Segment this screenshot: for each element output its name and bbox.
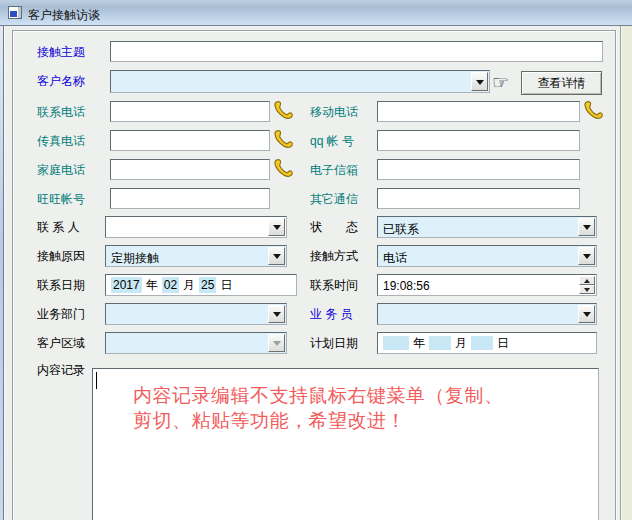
fax-phone-label: 传真电话	[37, 134, 85, 148]
plan-month-unit: 月	[455, 335, 467, 352]
date-month-unit: 月	[183, 277, 195, 294]
text-caret	[96, 372, 97, 389]
chevron-down-icon	[268, 334, 285, 352]
wangwang-input[interactable]	[110, 188, 270, 209]
mobile-phone-input[interactable]	[377, 101, 580, 122]
home-phone-input[interactable]	[110, 159, 270, 180]
contact-phone-input[interactable]	[110, 101, 270, 122]
window-icon	[8, 6, 22, 19]
plan-date-field[interactable]: 年 月 日	[377, 332, 597, 354]
salesman-combo[interactable]	[377, 303, 597, 325]
status-value: 已联系	[383, 221, 419, 238]
content-textarea[interactable]: 内容记录编辑不支持鼠标右键菜单（复制、 剪切、粘贴等功能，希望改进！	[92, 368, 599, 520]
contact-date-field[interactable]: 2017 年 02 月 25 日	[105, 274, 297, 296]
phone-icon[interactable]	[272, 158, 294, 180]
phone-icon[interactable]	[272, 129, 294, 151]
contact-method-value: 电话	[383, 250, 407, 267]
chevron-down-icon[interactable]	[471, 72, 488, 91]
chevron-down-icon[interactable]	[578, 218, 595, 236]
contact-time-value: 19:08:56	[383, 279, 430, 293]
window-title: 客户接触访谈	[28, 7, 100, 24]
titlebar: 客户接触访谈	[0, 0, 632, 26]
qq-input[interactable]	[377, 130, 580, 151]
plan-year-unit: 年	[413, 335, 425, 352]
customer-label: 客户名称	[37, 74, 85, 88]
spinner-down-icon[interactable]	[579, 285, 595, 294]
date-day-segment: 25	[199, 277, 216, 293]
content-label: 内容记录	[37, 363, 85, 377]
department-label: 业务部门	[37, 307, 85, 321]
subject-input[interactable]	[110, 41, 603, 62]
plan-day-unit: 日	[497, 335, 509, 352]
content-note-line1: 内容记录编辑不支持鼠标右键菜单（复制、	[133, 385, 504, 407]
plan-date-label: 计划日期	[310, 336, 358, 350]
customer-combo[interactable]	[110, 70, 490, 93]
plan-year-segment	[383, 336, 409, 350]
subject-label: 接触主题	[37, 45, 85, 59]
email-input[interactable]	[377, 159, 580, 180]
pointing-hand-icon[interactable]: ☞	[492, 73, 509, 92]
department-combo[interactable]	[105, 303, 287, 325]
date-day-unit: 日	[220, 277, 232, 294]
mobile-phone-label: 移动电话	[310, 105, 358, 119]
other-comm-label: 其它通信	[310, 192, 358, 206]
qq-label: qq 帐 号	[310, 134, 354, 148]
contact-time-field[interactable]: 19:08:56	[377, 274, 597, 296]
contact-person-combo[interactable]	[105, 216, 287, 238]
contact-reason-label: 接触原因	[37, 249, 85, 263]
contact-reason-value: 定期接触	[111, 250, 159, 267]
wangwang-label: 旺旺帐号	[37, 192, 85, 206]
date-month-segment: 02	[162, 277, 179, 293]
region-label: 客户区域	[37, 336, 85, 350]
contact-method-label: 接触方式	[310, 249, 358, 263]
region-combo[interactable]	[105, 332, 287, 354]
view-detail-button[interactable]: 查看详情	[521, 71, 602, 95]
date-year-unit: 年	[146, 277, 158, 294]
salesman-label: 业 务 员	[310, 307, 353, 321]
phone-icon[interactable]	[582, 100, 604, 122]
chevron-down-icon[interactable]	[268, 218, 285, 236]
contact-time-label: 联系时间	[310, 278, 358, 292]
status-combo[interactable]: 已联系	[377, 216, 597, 238]
content-note-line2: 剪切、粘贴等功能，希望改进！	[133, 410, 406, 432]
chevron-down-icon[interactable]	[268, 305, 285, 323]
contact-method-combo[interactable]: 电话	[377, 245, 597, 267]
contact-person-label: 联 系 人	[37, 220, 80, 234]
spinner-up-icon[interactable]	[579, 276, 595, 285]
chevron-down-icon[interactable]	[578, 305, 595, 323]
customer-contact-dialog: 客户接触访谈 接触主题 客户名称 ☞ 查看详情 联系电话 移动电话 传真电话 q…	[0, 0, 632, 520]
contact-phone-label: 联系电话	[37, 105, 85, 119]
date-year-segment: 2017	[111, 277, 142, 293]
email-label: 电子信箱	[310, 163, 358, 177]
chevron-down-icon[interactable]	[578, 247, 595, 265]
contact-reason-combo[interactable]: 定期接触	[105, 245, 287, 267]
frame-highlight-left	[4, 26, 5, 520]
phone-icon[interactable]	[272, 100, 294, 122]
status-label: 状 态	[310, 220, 358, 234]
other-comm-input[interactable]	[377, 188, 580, 209]
plan-month-segment	[429, 336, 451, 350]
home-phone-label: 家庭电话	[37, 163, 85, 177]
fax-phone-input[interactable]	[110, 130, 270, 151]
plan-day-segment	[471, 336, 493, 350]
contact-date-label: 联系日期	[37, 278, 85, 292]
outer-background-right	[621, 26, 632, 520]
chevron-down-icon[interactable]	[268, 247, 285, 265]
